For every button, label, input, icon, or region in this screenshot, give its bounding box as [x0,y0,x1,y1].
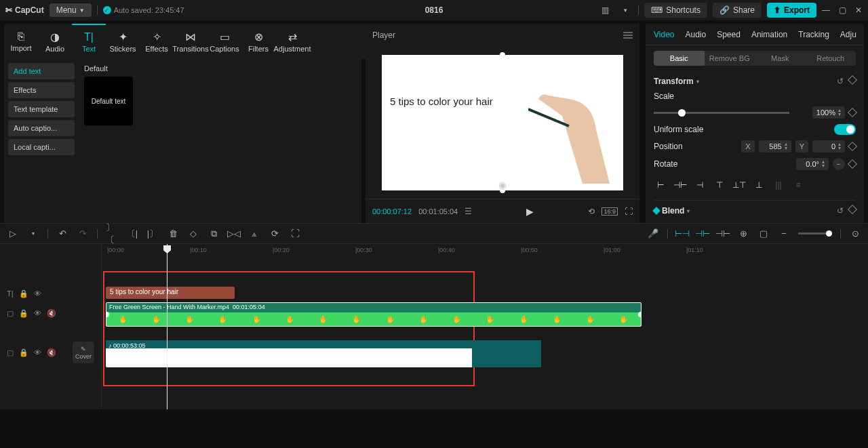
mic-icon[interactable]: 🎤 [647,228,659,240]
sidebar-item-0[interactable]: Add text [8,63,75,79]
menu-button[interactable]: Menu ▼ [50,3,92,17]
magnet-right-icon[interactable]: ⊣⊢ [717,228,729,240]
props-tab-adju[interactable]: Adju [840,30,856,39]
chevron-down-icon[interactable]: ▼ [618,3,633,18]
distribute-v-icon[interactable]: ≡ [791,178,805,192]
playhead[interactable] [167,244,167,409]
preview-area[interactable]: 5 tips to color your hair ◉ [366,47,639,199]
props-tab-audio[interactable]: Audio [685,30,706,39]
mute-icon[interactable]: 🔇 [47,348,56,357]
zoom-slider[interactable] [798,232,832,235]
chevron-down-icon[interactable]: ▾ [696,79,699,85]
share-button[interactable]: 🔗 Share [713,3,762,18]
scale-slider[interactable] [654,112,789,114]
rotate-dial[interactable]: − [833,158,845,170]
dashcam-icon[interactable]: ◉ [498,180,507,190]
reset-icon[interactable]: ↺ [837,206,844,216]
align-hcenter-icon[interactable]: ⊣⊢ [673,178,687,192]
tab-import[interactable]: ⎘Import [4,24,38,59]
props-tab-speed[interactable]: Speed [717,30,741,39]
flip-h-tool[interactable]: ⟁ [248,228,260,240]
seg-tab-mask[interactable]: Mask [755,51,806,66]
redo-button[interactable]: ↷ [77,228,89,240]
seg-tab-basic[interactable]: Basic [654,51,705,66]
reset-icon[interactable]: ↺ [837,77,844,86]
pointer-tool[interactable]: ▷ [7,228,19,240]
list-icon[interactable]: ☰ [465,207,472,216]
shortcuts-button[interactable]: ⌨ Shortcuts [644,3,707,18]
uniform-scale-toggle[interactable] [834,124,856,135]
align-bottom-icon[interactable]: ⊥ [752,178,766,192]
video-clip[interactable]: Free Green Screen - Hand With Marker.mp4… [106,302,642,327]
eye-icon[interactable]: 👁 [34,348,41,357]
delete-tool[interactable]: 🗑 [167,228,179,240]
split-tool[interactable]: 〕〔 [106,228,118,240]
mirror-tool[interactable]: ▷◁ [228,228,240,240]
props-tab-video[interactable]: Video [654,30,674,39]
sidebar-item-2[interactable]: Text template [8,101,75,117]
zoom-out-icon[interactable]: − [778,228,790,240]
layout-icon[interactable]: ▥ [597,3,612,18]
undo-button[interactable]: ↶ [56,228,68,240]
tab-filters[interactable]: ⊗Filters [241,24,275,59]
align-right-icon[interactable]: ⊣ [693,178,707,192]
player-menu-icon[interactable] [623,32,633,39]
seg-tab-retouch[interactable]: Retouch [806,51,856,66]
timeline-ruler[interactable]: |00:00|00:10|00:20|00:30|00:40|00:50|01:… [102,244,868,258]
chevron-down-icon[interactable]: ▾ [687,208,690,214]
seg-tab-remove-bg[interactable]: Remove BG [705,51,755,66]
cover-button[interactable]: ✎ Cover [73,342,94,363]
tab-adjustment[interactable]: ⇄Adjustment [275,24,309,59]
preview-frame[interactable]: 5 tips to color your hair [382,55,623,190]
eye-icon[interactable]: 👁 [34,289,41,298]
timeline-tracks[interactable]: |00:00|00:10|00:20|00:30|00:40|00:50|01:… [102,244,868,409]
tab-audio[interactable]: ◑Audio [38,24,72,59]
magnet-center-icon[interactable]: ⊣⊢ [696,228,709,240]
keyframe-button[interactable] [848,205,857,214]
lock-icon[interactable]: 🔒 [19,289,28,298]
sidebar-item-3[interactable]: Auto captio... [8,120,75,136]
distribute-h-icon[interactable]: ||| [772,178,785,192]
clip-handle-right[interactable] [638,312,642,317]
align-left-icon[interactable]: ⊢ [654,178,667,192]
minimize-button[interactable]: — [822,5,830,15]
magnet-left-icon[interactable]: ⊢⊣ [676,228,688,240]
close-button[interactable]: ✕ [854,5,863,15]
props-tab-animation[interactable]: Animation [751,30,787,39]
lock-icon[interactable]: 🔒 [19,309,28,318]
preview-icon[interactable]: ▢ [757,228,770,240]
export-button[interactable]: ⬆ Export [767,3,816,18]
frame-handle-top[interactable] [500,52,505,58]
rotate-tool[interactable]: ⟳ [269,228,281,240]
marker-tool[interactable]: ◇ [187,228,199,240]
trim-left-tool[interactable]: 〔| [126,228,138,240]
ratio-icon[interactable]: 16:9 [601,207,618,216]
chevron-down-icon[interactable]: ▾ [27,228,39,240]
tab-stickers[interactable]: ✦Stickers [106,24,140,59]
scale-input[interactable]: 100%▴▾ [812,106,845,119]
text-clip[interactable]: 5 tips to color your hair [106,287,235,299]
lock-icon[interactable]: 🔒 [19,348,28,357]
maximize-button[interactable]: ▢ [838,5,846,15]
keyframe-button[interactable] [848,142,857,151]
tab-transitions[interactable]: ⋈Transitions [174,24,208,59]
play-button[interactable]: ▶ [526,206,534,217]
eye-icon[interactable]: 👁 [34,309,41,317]
copy-tool[interactable]: ⧉ [208,228,220,240]
rotate-input[interactable]: 0.0°▴▾ [796,158,829,170]
y-input[interactable]: 0▴▾ [812,140,845,152]
x-input[interactable]: 585▴▾ [759,140,791,152]
link-icon[interactable]: ⊕ [737,228,749,240]
tab-captions[interactable]: ▭Captions [208,24,241,59]
fit-icon[interactable]: ⊙ [849,228,861,240]
crop-tool[interactable]: ⛶ [289,228,301,240]
sidebar-item-4[interactable]: Local capti... [8,139,75,155]
props-tab-tracking[interactable]: Tracking [798,30,829,39]
mute-icon[interactable]: 🔇 [47,309,56,318]
project-title[interactable]: 0816 [425,5,443,15]
sidebar-item-1[interactable]: Effects [8,82,75,98]
keyframe-button[interactable] [848,108,857,117]
fullscreen-icon[interactable]: ⛶ [625,207,633,216]
align-vcenter-icon[interactable]: ⊥⊤ [732,178,746,192]
tab-effects[interactable]: ✧Effects [140,24,174,59]
